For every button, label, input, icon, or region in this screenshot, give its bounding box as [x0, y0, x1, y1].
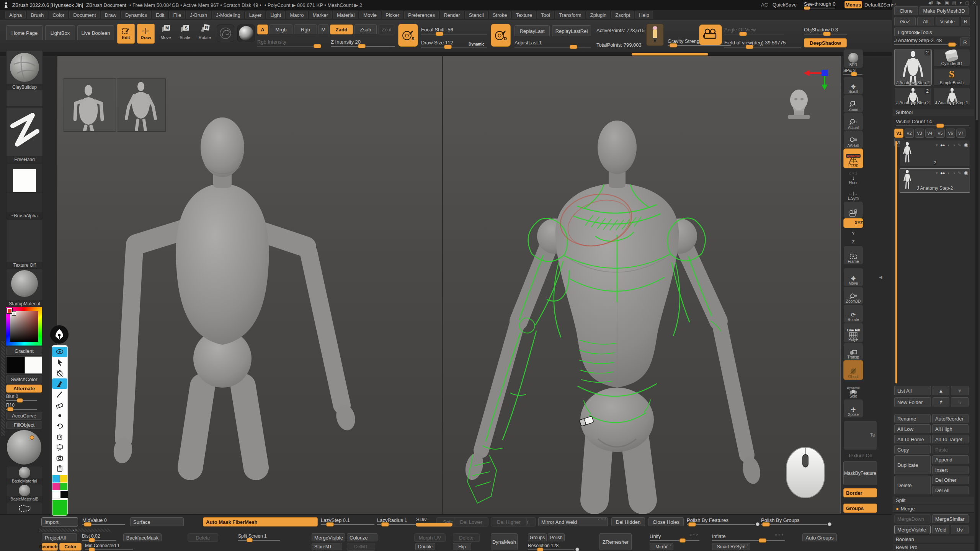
- polish-groups-toggle[interactable]: [828, 522, 831, 526]
- deep-shadow-button[interactable]: DeepShadow: [804, 38, 847, 47]
- main-color-swatch[interactable]: [7, 357, 24, 373]
- delete-button[interactable]: Delete: [894, 476, 931, 495]
- menu-item[interactable]: Stencil: [465, 11, 488, 19]
- merge-down-button[interactable]: MergeDown: [894, 514, 931, 523]
- inflate-knob[interactable]: [759, 538, 766, 543]
- current-alpha[interactable]: ~BrushAlpha: [6, 163, 43, 219]
- accucurve-button[interactable]: AccuCurve: [6, 412, 42, 420]
- minimize-icon[interactable]: ▾: [960, 0, 962, 5]
- displacement-icon[interactable]: ◑: [953, 171, 956, 175]
- see-through-knob[interactable]: [804, 7, 810, 10]
- store-mt-button[interactable]: StoreMT: [312, 543, 342, 551]
- tool-thumb-cylinder[interactable]: Cylinder3D: [933, 49, 970, 67]
- swatch-black[interactable]: [60, 491, 68, 498]
- menu-item[interactable]: Texture: [512, 11, 536, 19]
- eraser-tool[interactable]: [52, 400, 67, 410]
- gravity-knob[interactable]: [670, 43, 677, 47]
- polish-features-toggle[interactable]: [756, 522, 760, 526]
- del-other-button[interactable]: Del Other: [932, 476, 969, 484]
- move3d-button[interactable]: ✥Move: [843, 268, 863, 287]
- obj-shadow-knob[interactable]: [823, 32, 831, 36]
- blur-slider[interactable]: Blur 0: [6, 394, 37, 401]
- goz-button[interactable]: GoZ: [894, 17, 916, 26]
- lazyradius-knob[interactable]: [381, 522, 389, 527]
- rf-slider[interactable]: Rf 0: [6, 403, 37, 410]
- menu-item[interactable]: Stroke: [489, 11, 511, 19]
- swatch-magenta[interactable]: [52, 483, 60, 490]
- uv-icon[interactable]: ◐: [947, 171, 950, 175]
- clipboard-tool[interactable]: [52, 463, 67, 474]
- menu-item[interactable]: Marker: [309, 11, 332, 19]
- mirror-and-weld-button[interactable]: Mirror And WeldX Y Z: [538, 517, 608, 527]
- del-all-button[interactable]: Del All: [932, 486, 969, 495]
- surface-button[interactable]: Surface: [130, 517, 184, 527]
- subtool-section-header[interactable]: Subtool: [893, 109, 974, 116]
- rotate3d-button[interactable]: ⟳Rotate: [843, 304, 863, 323]
- subtool-tab[interactable]: V6: [946, 129, 955, 138]
- tray-collapse-left-icon[interactable]: ◀‖: [928, 0, 933, 5]
- menu-item[interactable]: Light: [266, 11, 285, 19]
- rf-knob[interactable]: [7, 407, 13, 411]
- menu-item[interactable]: Document: [69, 11, 100, 19]
- menu-item[interactable]: Help: [635, 11, 653, 19]
- new-folder-button[interactable]: New Folder: [894, 397, 931, 407]
- all-to-target-button[interactable]: All To Target: [932, 435, 969, 444]
- goz-visible-button[interactable]: Visible: [936, 17, 959, 26]
- rotate-xyz-button[interactable]: XYZ: [843, 218, 863, 228]
- replay-last-rel-button[interactable]: ReplayLastRel: [552, 25, 591, 37]
- screenshot-tool[interactable]: [52, 453, 67, 463]
- pencil-tool[interactable]: [52, 389, 67, 399]
- morph-uv-button[interactable]: Morph UV: [414, 533, 446, 542]
- menu-item[interactable]: Transform: [555, 11, 585, 19]
- resolution-toggle[interactable]: [575, 548, 579, 551]
- subtool-scrollbar[interactable]: [895, 141, 897, 383]
- color-toggle[interactable]: Color: [59, 543, 82, 551]
- unify-knob[interactable]: [679, 538, 686, 543]
- adjust-last-knob[interactable]: [570, 45, 577, 49]
- mask-by-feature-button[interactable]: MaskByFeature: [843, 461, 877, 485]
- camera-lock-button[interactable]: [843, 201, 863, 218]
- auto-mask-fibermesh-button[interactable]: Auto Mask FiberMesh: [203, 517, 318, 527]
- tool-thumb-step1[interactable]: J Anatomy Step-1: [933, 87, 970, 106]
- current-color-swatch[interactable]: [52, 500, 67, 515]
- angle-of-view-knob[interactable]: [739, 32, 747, 36]
- resolution-slider[interactable]: Resolution 128: [528, 543, 574, 550]
- split-screen-bottom-knob[interactable]: [247, 538, 253, 542]
- draw-size-icon-button[interactable]: S: [398, 24, 418, 47]
- paste-button[interactable]: Paste: [932, 445, 969, 454]
- goz-all-button[interactable]: All: [917, 17, 934, 26]
- rgb-toggle[interactable]: Rgb: [294, 24, 317, 34]
- copy-button[interactable]: Copy: [894, 445, 931, 454]
- lazystep-knob[interactable]: [326, 522, 334, 527]
- view-thumbnail-1[interactable]: [64, 78, 116, 132]
- color-a-toggle[interactable]: A: [257, 24, 268, 34]
- del-hidden-button[interactable]: Del Hidden: [611, 517, 645, 527]
- tray-collapse-right-icon[interactable]: ‖▶: [936, 0, 941, 5]
- subtool-item-2-selected[interactable]: ▾ ●● ◐ ◑ ✎ ◉ J Anatomy Step-2: [900, 168, 970, 193]
- focal-shift-knob[interactable]: [436, 32, 443, 36]
- whiteboard-tool[interactable]: [52, 442, 67, 453]
- rename-button[interactable]: Rename: [894, 414, 931, 423]
- bpr-button[interactable]: BPR: [843, 49, 863, 68]
- polypaint-arrow-icon[interactable]: ▾: [936, 171, 938, 176]
- midvalue-knob[interactable]: [84, 522, 91, 527]
- restore-icon[interactable]: ▢: [965, 0, 969, 5]
- goz-r-button[interactable]: R: [961, 17, 970, 26]
- right-tray-scrollbar[interactable]: [975, 5, 978, 551]
- rotate-y-button[interactable]: Y: [843, 228, 863, 237]
- swatch-yellow[interactable]: [60, 475, 67, 483]
- viewport-right-anatomy[interactable]: [443, 56, 841, 514]
- lsym-button[interactable]: ←|→L.Sym: [843, 186, 863, 202]
- all-high-button[interactable]: All High: [932, 424, 969, 434]
- polish-button[interactable]: Polish: [548, 533, 565, 542]
- visible-count-knob[interactable]: [936, 124, 944, 128]
- menu-item[interactable]: Color: [49, 11, 68, 19]
- lightbox-button[interactable]: LightBox: [45, 25, 75, 41]
- mrgb-toggle[interactable]: Mrgb: [270, 24, 292, 34]
- move-out-folder-button[interactable]: ↳: [951, 397, 969, 407]
- groups-bottom-button[interactable]: Groups: [528, 533, 547, 542]
- resolution-knob[interactable]: [537, 548, 543, 551]
- scroll-button[interactable]: ✥Scroll: [843, 77, 863, 95]
- tool-thumb-simplebrush[interactable]: S SimpleBrush: [933, 68, 970, 86]
- active-tool-slider[interactable]: J Anatomy Step-2. 48: [894, 37, 957, 45]
